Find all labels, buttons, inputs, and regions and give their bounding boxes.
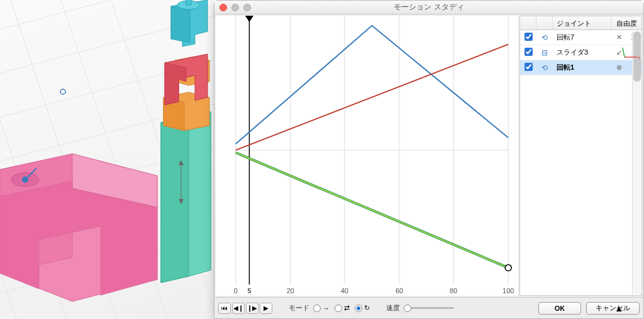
- svg-marker-31: [171, 6, 190, 43]
- maximize-icon: [243, 4, 251, 11]
- viewport-3d[interactable]: [0, 0, 214, 319]
- joint-name: スライダ3: [553, 48, 611, 57]
- dof-icon: ✕: [611, 33, 626, 41]
- rotate-joint-icon: ⟲: [536, 33, 553, 42]
- cancel-button[interactable]: キャンセル: [586, 302, 640, 315]
- playback-controls: ⏮ ◀❙ ❙▶ ▶: [218, 303, 272, 314]
- joint-row[interactable]: ⟲ 回転1 ⊗ -: [520, 60, 641, 75]
- speed-slider[interactable]: [404, 304, 454, 313]
- play-button[interactable]: ▶: [260, 303, 272, 314]
- arrows-bidir-icon: ⇄: [344, 304, 350, 312]
- dialog-title: モーション スタディ: [214, 2, 643, 13]
- x-tick-label: 60: [396, 287, 403, 295]
- motion-study-dialog: モーション スタディ: [214, 0, 644, 319]
- arrow-right-icon: →: [323, 305, 330, 312]
- joints-header-dof: 自由度: [611, 16, 641, 30]
- radio-icon[interactable]: [355, 305, 362, 312]
- x-tick-label: 5: [247, 287, 251, 295]
- joints-header-name: ジョイント: [553, 16, 611, 30]
- close-icon[interactable]: [219, 4, 227, 11]
- x-tick-label: 0: [234, 287, 238, 295]
- slider-joint-icon: ⊟: [536, 48, 553, 57]
- step-forward-button[interactable]: ❙▶: [246, 303, 258, 314]
- step-back-button[interactable]: ◀❙: [232, 303, 245, 314]
- joints-panel: ジョイント 自由度 ⟲ 回転7 ✕ 1° ⊟ スライダ3 ↙ 1! ⟲ 回転1: [519, 16, 642, 296]
- ok-button[interactable]: OK: [538, 302, 581, 315]
- x-tick-label: 80: [450, 287, 457, 295]
- x-tick-label: 100: [502, 287, 514, 295]
- minimize-icon: [231, 4, 239, 11]
- joints-header: ジョイント 自由度: [520, 16, 641, 30]
- svg-marker-43: [245, 16, 255, 22]
- svg-rect-33: [186, 0, 191, 5]
- mode-pingpong[interactable]: ⇄: [335, 304, 350, 312]
- graph-pane: 0 5 20 40 60 80 100: [216, 16, 518, 296]
- axis-indicator-icon: x: [621, 41, 640, 60]
- dialog-footer: ⏮ ◀❙ ❙▶ ▶ モード → ⇄ ↻ 速度 OK: [214, 297, 643, 318]
- speed-label: 速度: [386, 303, 400, 313]
- dialog-titlebar[interactable]: モーション スタディ: [214, 1, 643, 14]
- joint-visible-checkbox[interactable]: [525, 48, 533, 56]
- loop-icon: ↻: [364, 304, 370, 312]
- rewind-start-button[interactable]: ⏮: [218, 303, 231, 314]
- joint-visible-checkbox[interactable]: [525, 33, 533, 41]
- cursor-icon: ▲: [614, 303, 623, 313]
- svg-point-34: [60, 89, 65, 94]
- mode-label: モード: [289, 303, 309, 313]
- dof-icon: ⊗: [611, 63, 626, 72]
- joint-visible-checkbox[interactable]: [525, 63, 533, 71]
- joint-name: 回転1: [553, 63, 611, 72]
- svg-text:x: x: [638, 55, 640, 60]
- joints-scrollbar[interactable]: [632, 31, 641, 295]
- joint-name: 回転7: [553, 33, 611, 42]
- x-tick-label: 20: [287, 287, 294, 295]
- radio-icon[interactable]: [335, 305, 342, 312]
- x-tick-label: 40: [341, 287, 348, 295]
- mode-once[interactable]: →: [313, 305, 330, 312]
- svg-marker-21: [161, 116, 189, 283]
- mode-controls: → ⇄ ↻: [313, 304, 370, 312]
- mode-loop[interactable]: ↻: [355, 304, 370, 312]
- radio-icon[interactable]: [313, 305, 321, 312]
- svg-line-47: [623, 48, 625, 57]
- motion-graph[interactable]: 0 5 20 40 60 80 100: [216, 16, 518, 296]
- svg-point-44: [505, 264, 511, 271]
- rotate-joint-icon: ⟲: [536, 63, 553, 72]
